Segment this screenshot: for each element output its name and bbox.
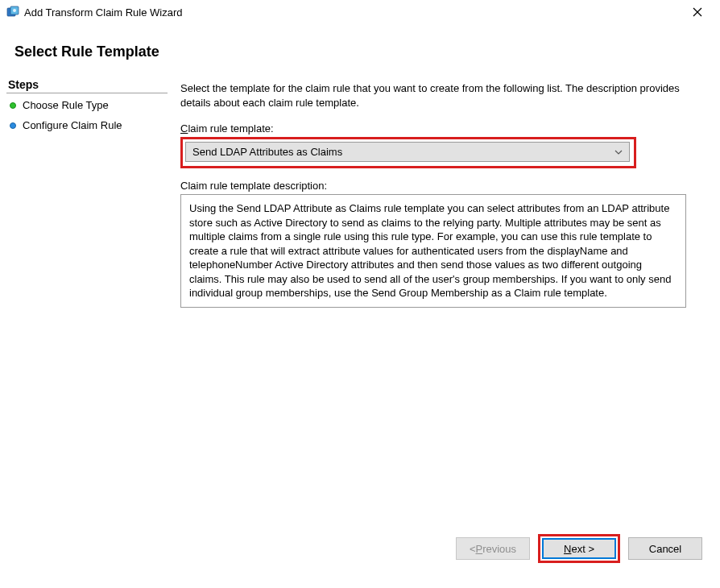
dropdown-selected-value: Send LDAP Attributes as Claims: [192, 146, 342, 158]
description-label: Claim rule template description:: [180, 180, 702, 192]
steps-title: Steps: [6, 75, 168, 93]
step-choose-rule-type[interactable]: Choose Rule Type: [6, 95, 168, 115]
step-label: Choose Rule Type: [23, 99, 109, 111]
mnemonic-p: P: [476, 543, 483, 555]
template-description: Using the Send LDAP Attribute as Claims …: [180, 194, 686, 308]
template-label: Claim rule template:: [180, 122, 702, 135]
cancel-button[interactable]: Cancel: [628, 537, 702, 560]
titlebar: Add Transform Claim Rule Wizard: [0, 0, 720, 24]
previous-button: < Previous: [456, 537, 530, 560]
page-title: Select Rule Template: [14, 43, 706, 60]
close-button[interactable]: [681, 1, 714, 23]
intro-text: Select the template for the claim rule t…: [180, 81, 702, 110]
content-area: Steps Choose Rule Type Configure Claim R…: [0, 75, 720, 574]
prev-suffix: revious: [482, 543, 516, 555]
titlebar-title: Add Transform Claim Rule Wizard: [24, 6, 681, 19]
app-icon: [6, 6, 19, 19]
mnemonic-c: C: [180, 122, 188, 135]
next-suffix: ext >: [571, 543, 594, 555]
main-panel: Select the template for the claim rule t…: [174, 75, 720, 574]
step-bullet-current-icon: [10, 102, 16, 109]
prev-prefix: <: [470, 543, 476, 555]
wizard-header: Select Rule Template: [0, 24, 720, 75]
step-bullet-pending-icon: [10, 122, 16, 129]
steps-sidebar: Steps Choose Rule Type Configure Claim R…: [0, 75, 174, 574]
svg-point-2: [13, 9, 16, 12]
claim-rule-template-dropdown[interactable]: Send LDAP Attributes as Claims: [185, 142, 630, 162]
chevron-down-icon: [614, 147, 623, 156]
step-label: Configure Claim Rule: [23, 119, 122, 131]
mnemonic-n: N: [564, 543, 571, 555]
step-configure-claim-rule[interactable]: Configure Claim Rule: [6, 115, 168, 135]
template-label-text: laim rule template:: [188, 122, 273, 135]
wizard-buttons: < Previous Next > Cancel: [456, 534, 702, 563]
next-button[interactable]: Next >: [542, 538, 616, 559]
next-button-highlight: Next >: [538, 534, 620, 563]
cancel-label: Cancel: [649, 543, 681, 555]
template-dropdown-highlight: Send LDAP Attributes as Claims: [180, 137, 636, 168]
